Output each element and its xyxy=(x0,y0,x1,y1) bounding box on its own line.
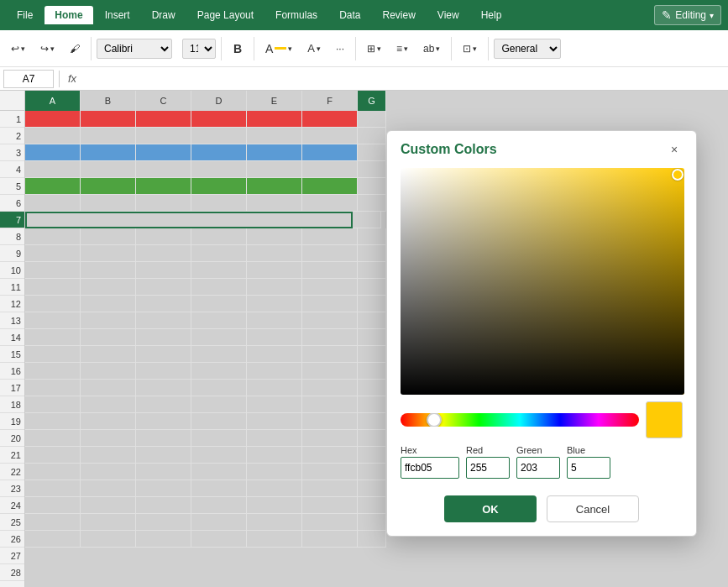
grid-cell[interactable] xyxy=(247,262,302,279)
grid-cell[interactable] xyxy=(247,464,302,480)
grid-cell[interactable] xyxy=(25,531,81,548)
grid-cell[interactable] xyxy=(191,329,247,346)
grid-cell[interactable] xyxy=(358,363,386,380)
row-header-12[interactable]: 12 xyxy=(0,296,24,312)
grid-cell-selected[interactable] xyxy=(25,212,353,228)
grid-cell[interactable] xyxy=(81,346,136,363)
tab-view[interactable]: View xyxy=(427,6,469,24)
grid-cell[interactable] xyxy=(247,430,302,447)
grid-cell[interactable] xyxy=(191,262,247,279)
grid-cell[interactable] xyxy=(358,396,386,413)
formula-input[interactable] xyxy=(83,70,725,88)
blue-input[interactable] xyxy=(567,457,610,479)
green-input[interactable] xyxy=(516,457,560,479)
col-header-D[interactable]: D xyxy=(191,91,247,111)
grid-cell[interactable] xyxy=(81,228,136,245)
grid-cell[interactable] xyxy=(25,128,81,144)
grid-cell[interactable] xyxy=(302,430,358,447)
grid-cell[interactable] xyxy=(25,480,81,497)
row-header-4[interactable]: 4 xyxy=(0,161,24,178)
grid-cell[interactable] xyxy=(136,480,191,497)
grid-cell[interactable] xyxy=(136,128,191,144)
grid-cell[interactable] xyxy=(358,161,386,178)
grid-cell[interactable] xyxy=(25,497,81,514)
grid-cell[interactable] xyxy=(302,111,358,128)
number-format-select[interactable]: General Number Currency Date xyxy=(494,39,561,59)
grid-cell[interactable] xyxy=(358,430,386,447)
grid-cell[interactable] xyxy=(25,111,81,128)
grid-cell[interactable] xyxy=(302,346,358,363)
grid-cell[interactable] xyxy=(191,514,247,531)
grid-cell[interactable] xyxy=(358,346,386,363)
tab-file[interactable]: File xyxy=(7,6,43,24)
grid-cell[interactable] xyxy=(191,161,247,178)
grid-cell[interactable] xyxy=(358,178,386,195)
grid-cell[interactable] xyxy=(81,531,136,548)
grid-cell[interactable] xyxy=(81,195,136,212)
grid-cell[interactable] xyxy=(191,245,247,262)
cancel-button[interactable]: Cancel xyxy=(547,495,639,522)
tab-home[interactable]: Home xyxy=(45,6,92,24)
grid-cell[interactable] xyxy=(302,413,358,430)
grid-cell[interactable] xyxy=(81,430,136,447)
row-header-10[interactable]: 10 xyxy=(0,262,24,279)
grid-cell[interactable] xyxy=(81,161,136,178)
grid-cell[interactable] xyxy=(302,497,358,514)
grid-cell[interactable] xyxy=(302,195,358,212)
grid-cell[interactable] xyxy=(191,228,247,245)
row-header-27[interactable]: 27 xyxy=(0,548,24,564)
grid-cell[interactable] xyxy=(25,464,81,480)
grid-cell[interactable] xyxy=(81,111,136,128)
grid-cell[interactable] xyxy=(358,262,386,279)
row-header-19[interactable]: 19 xyxy=(0,413,24,430)
grid-cell[interactable] xyxy=(247,514,302,531)
grid-cell[interactable] xyxy=(191,497,247,514)
grid-cell[interactable] xyxy=(302,279,358,296)
font-size-select[interactable]: 11 10 12 14 xyxy=(182,39,216,59)
grid-cell[interactable] xyxy=(358,296,386,312)
grid-cell[interactable] xyxy=(302,178,358,195)
grid-cell[interactable] xyxy=(25,144,81,161)
grid-cell[interactable] xyxy=(191,195,247,212)
grid-cell[interactable] xyxy=(136,413,191,430)
borders-button[interactable]: ⊞ ▾ xyxy=(361,39,387,59)
hex-input[interactable] xyxy=(401,457,459,479)
grid-cell[interactable] xyxy=(358,195,386,212)
grid-cell[interactable] xyxy=(136,161,191,178)
grid-cell[interactable] xyxy=(136,497,191,514)
grid-cell[interactable] xyxy=(191,380,247,396)
grid-cell[interactable] xyxy=(247,161,302,178)
bold-button[interactable]: B xyxy=(227,38,249,60)
grid-cell[interactable] xyxy=(25,195,81,212)
grid-cell[interactable] xyxy=(191,144,247,161)
merge-button[interactable]: ⊡ ▾ xyxy=(457,39,483,59)
grid-cell[interactable] xyxy=(136,514,191,531)
grid-cell[interactable] xyxy=(247,245,302,262)
col-header-F[interactable]: F xyxy=(302,91,358,111)
grid-cell[interactable] xyxy=(302,514,358,531)
row-header-5[interactable]: 5 xyxy=(0,178,24,195)
grid-cell[interactable] xyxy=(136,144,191,161)
grid-cell[interactable] xyxy=(81,447,136,464)
grid-cell[interactable] xyxy=(136,380,191,396)
grid-cell[interactable] xyxy=(81,413,136,430)
grid-cell[interactable] xyxy=(136,296,191,312)
grid-cell[interactable] xyxy=(81,178,136,195)
grid-cell[interactable] xyxy=(358,228,386,245)
grid-cell[interactable] xyxy=(25,296,81,312)
grid-cell[interactable] xyxy=(25,380,81,396)
redo-button[interactable]: ↪ ▾ xyxy=(34,39,60,59)
font-family-select[interactable]: Calibri Arial Times New Roman xyxy=(97,39,172,59)
wrap-button[interactable]: ab ▾ xyxy=(417,39,446,59)
grid-cell[interactable] xyxy=(247,497,302,514)
color-gradient-picker[interactable] xyxy=(401,168,684,395)
grid-cell[interactable] xyxy=(25,346,81,363)
grid-cell[interactable] xyxy=(136,531,191,548)
grid-cell[interactable] xyxy=(358,279,386,296)
grid-cell[interactable] xyxy=(81,329,136,346)
grid-cell[interactable] xyxy=(136,346,191,363)
grid-cell[interactable] xyxy=(191,279,247,296)
grid-cell[interactable] xyxy=(191,447,247,464)
grid-cell[interactable] xyxy=(81,464,136,480)
grid-cell[interactable] xyxy=(81,497,136,514)
